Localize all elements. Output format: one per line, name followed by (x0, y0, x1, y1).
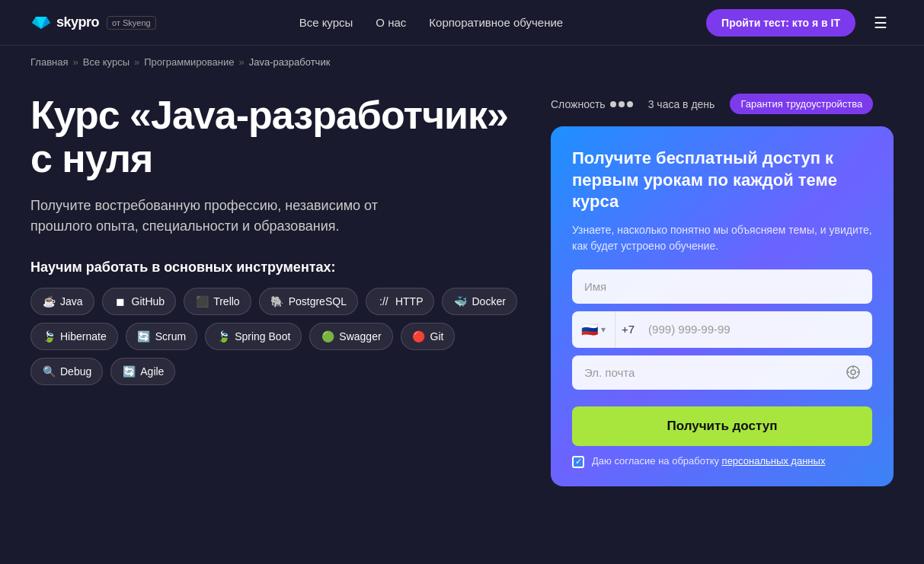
name-input[interactable] (572, 269, 872, 304)
chevron-down-icon: ▾ (601, 324, 606, 335)
svg-point-4 (851, 370, 855, 374)
course-title: Курс «Java-разработчик» с нуля (30, 94, 520, 180)
breadcrumb-all-courses[interactable]: Все курсы (83, 56, 129, 68)
tag-trello: ⬛Trello (184, 288, 251, 315)
tag-icon-github: ◼ (114, 295, 127, 308)
tags-container: ☕Java◼GitHub⬛Trello🐘PostgreSQL://HTTP🐳Do… (30, 288, 520, 385)
tag-label: PostgreSQL (289, 295, 347, 307)
tag-label: Git (430, 330, 444, 343)
tag-icon-postgresql: 🐘 (270, 295, 284, 308)
tag-label: Spring Boot (235, 330, 290, 343)
logo-icon (30, 15, 52, 30)
tag-http: ://HTTP (366, 288, 435, 315)
tag-label: Swagger (339, 330, 381, 343)
tag-swagger: 🟢Swagger (309, 323, 392, 350)
tag-label: Docker (472, 295, 505, 307)
dot-1 (610, 101, 616, 107)
breadcrumb-programming[interactable]: Программирование (144, 56, 234, 68)
nav-corporate[interactable]: Корпоративное обучение (429, 16, 563, 29)
tag-label: HTTP (395, 295, 424, 307)
tag-github: ◼GitHub (102, 288, 177, 315)
flag-emoji: 🇷🇺 (581, 321, 598, 338)
navbar-right: Пройти тест: кто я в IT ☰ (706, 9, 894, 37)
consent-checkbox[interactable]: ✓ (572, 456, 584, 468)
phone-group: 🇷🇺 ▾ +7 (572, 311, 872, 348)
phone-input[interactable] (639, 312, 872, 346)
tag-docker: 🐳Docker (442, 288, 516, 315)
tools-title: Научим работать в основных инструментах: (30, 260, 520, 276)
form-title: Получите бесплатный доступ к первым урок… (572, 148, 872, 213)
tag-icon-trello: ⬛ (195, 295, 209, 308)
tag-spring-boot: 🍃Spring Boot (205, 323, 302, 350)
tag-postgresql: 🐘PostgreSQL (259, 288, 358, 315)
tag-icon-http: :// (377, 295, 391, 308)
navbar-left: skypro от Skyeng (30, 14, 156, 30)
course-description: Получите востребованную профессию, незав… (30, 196, 427, 237)
tag-label: GitHub (132, 295, 165, 307)
phone-code: +7 (615, 323, 639, 336)
time-item: 3 часа в день (648, 98, 715, 110)
phone-flag-selector[interactable]: 🇷🇺 ▾ (572, 311, 615, 348)
phone-row: 🇷🇺 ▾ +7 (572, 311, 872, 348)
form-subtitle: Узнаете, насколько понятно мы объясняем … (572, 222, 872, 254)
tag-label: Java (60, 295, 83, 307)
tag-scrum: 🔄Scrum (126, 323, 197, 350)
breadcrumb: Главная » Все курсы » Программирование »… (0, 46, 924, 78)
access-button[interactable]: Получить доступ (572, 406, 872, 446)
email-scan-icon[interactable] (834, 364, 872, 381)
tag-label: Scrum (155, 330, 186, 343)
logo[interactable]: skypro от Skyeng (30, 14, 156, 30)
tag-java: ☕Java (30, 288, 94, 315)
consent-link[interactable]: персональных данных (722, 455, 826, 467)
email-group (572, 355, 872, 390)
right-panel: Сложность 3 часа в день Гарантия трудоус… (551, 94, 894, 486)
navbar: skypro от Skyeng Все курсы О нас Корпора… (0, 0, 924, 46)
left-panel: Курс «Java-разработчик» с нуля Получите … (30, 94, 520, 385)
main-content: Курс «Java-разработчик» с нуля Получите … (0, 78, 924, 517)
dot-3 (627, 101, 633, 107)
tag-label: Trello (213, 295, 240, 307)
tag-icon-docker: 🐳 (453, 295, 467, 308)
menu-button[interactable]: ☰ (868, 11, 894, 35)
tag-git: 🔴Git (401, 323, 456, 350)
tag-label: Debug (60, 365, 91, 378)
tag-hibernate: 🍃Hibernate (30, 323, 118, 350)
tag-icon-agile: 🔄 (122, 365, 136, 378)
breadcrumb-sep-1: » (72, 56, 78, 68)
tag-debug: 🔍Debug (30, 358, 103, 385)
breadcrumb-home[interactable]: Главная (30, 56, 68, 68)
logo-sub: от Skyeng (107, 16, 156, 30)
time-label: 3 часа в день (648, 98, 715, 110)
email-input[interactable] (572, 355, 834, 390)
consent-row: ✓ Даю согласие на обработку персональных… (572, 455, 872, 468)
tag-icon-git: 🔴 (412, 330, 426, 343)
breadcrumb-sep-2: » (134, 56, 139, 68)
nav-about[interactable]: О нас (376, 16, 406, 29)
test-button[interactable]: Пройти тест: кто я в IT (706, 9, 855, 37)
tag-label: Agile (140, 365, 164, 378)
tag-icon-scrum: 🔄 (137, 330, 151, 343)
tag-icon-hibernate: 🍃 (42, 330, 56, 343)
breadcrumb-sep-3: » (239, 56, 245, 68)
logo-text: skypro (56, 14, 99, 30)
nav-all-courses[interactable]: Все курсы (299, 16, 353, 29)
tag-icon-java: ☕ (42, 295, 56, 308)
tag-agile: 🔄Agile (110, 358, 175, 385)
form-card: Получите бесплатный доступ к первым урок… (551, 126, 894, 486)
breadcrumb-current: Java-разработчик (249, 56, 331, 68)
navbar-center: Все курсы О нас Корпоративное обучение (299, 16, 564, 29)
dot-2 (619, 101, 625, 107)
tag-icon-debug: 🔍 (42, 365, 56, 378)
employment-badge: Гарантия трудоустройства (730, 94, 873, 114)
difficulty-item: Сложность (551, 98, 633, 110)
difficulty-label: Сложность (551, 98, 606, 110)
name-group (572, 269, 872, 304)
tag-label: Hibernate (60, 330, 107, 343)
tag-icon-swagger: 🟢 (321, 330, 334, 343)
email-row (572, 355, 872, 390)
tag-icon-spring boot: 🍃 (216, 330, 230, 343)
checkmark-icon: ✓ (575, 457, 582, 467)
course-meta: Сложность 3 часа в день Гарантия трудоус… (551, 94, 894, 114)
difficulty-dots (610, 101, 633, 107)
consent-text: Даю согласие на обработку персональных д… (592, 455, 825, 467)
